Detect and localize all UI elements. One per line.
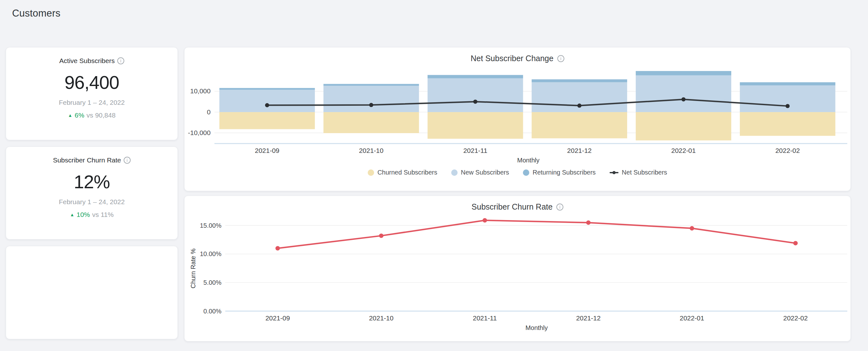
- dashboard-layout: Active Subscribers i 96,400 February 1 –…: [0, 47, 868, 342]
- svg-text:2021-11: 2021-11: [463, 147, 487, 154]
- svg-text:2021-10: 2021-10: [359, 147, 383, 154]
- net-chart-legend: Churned SubscribersNew SubscribersReturn…: [185, 166, 850, 180]
- svg-text:0.00%: 0.00%: [203, 308, 221, 315]
- legend-item-churned-subscribers[interactable]: Churned Subscribers: [368, 169, 437, 176]
- churn-rate-comparison: vs 11%: [92, 211, 114, 219]
- churn-rate-period: February 1 – 24, 2022: [6, 198, 178, 206]
- svg-text:2021-12: 2021-12: [567, 147, 592, 154]
- net-subscriber-change-card: Net Subscriber Change i 10,0000-10,00020…: [184, 47, 851, 191]
- svg-text:2022-02: 2022-02: [783, 314, 808, 322]
- svg-text:Monthly: Monthly: [517, 157, 539, 164]
- svg-text:2022-02: 2022-02: [775, 147, 800, 154]
- page-title: Customers: [12, 8, 868, 19]
- info-icon[interactable]: i: [117, 57, 124, 64]
- charts-column: Net Subscriber Change i 10,0000-10,00020…: [184, 47, 851, 342]
- svg-text:2022-01: 2022-01: [680, 314, 704, 322]
- churn-rate-value: 12%: [6, 171, 178, 192]
- kpi-column: Active Subscribers i 96,400 February 1 –…: [6, 47, 178, 342]
- svg-text:-10,000: -10,000: [188, 129, 211, 136]
- legend-label: New Subscribers: [461, 169, 509, 176]
- info-icon[interactable]: i: [557, 55, 564, 62]
- legend-item-net-subscribers[interactable]: Net Subscribers: [610, 169, 667, 176]
- churn-rate-card: Subscriber Churn Rate i 12% February 1 –…: [6, 147, 178, 240]
- legend-label: Net Subscribers: [622, 169, 667, 176]
- delta-up-icon: ▲: [68, 113, 72, 118]
- info-icon[interactable]: i: [124, 157, 131, 164]
- churn-rate-delta: 10%: [76, 211, 90, 219]
- svg-text:Monthly: Monthly: [525, 324, 548, 331]
- svg-text:10,000: 10,000: [190, 87, 211, 95]
- svg-text:0: 0: [207, 108, 211, 116]
- active-subscribers-card: Active Subscribers i 96,400 February 1 –…: [6, 47, 178, 140]
- legend-swatch-icon: [523, 169, 529, 176]
- legend-label: Churned Subscribers: [377, 169, 437, 176]
- legend-swatch-icon: [451, 169, 458, 176]
- svg-text:2021-09: 2021-09: [266, 314, 290, 322]
- active-subscribers-delta: 6%: [74, 111, 84, 119]
- empty-card: [6, 246, 178, 339]
- svg-text:2021-09: 2021-09: [255, 147, 279, 154]
- active-subscribers-period: February 1 – 24, 2022: [6, 99, 178, 106]
- svg-text:2021-10: 2021-10: [369, 314, 394, 322]
- net-subscriber-change-title: Net Subscriber Change: [471, 54, 554, 63]
- legend-item-new-subscribers[interactable]: New Subscribers: [451, 169, 509, 176]
- net-subscriber-chart: 10,0000-10,0002021-092021-102021-112021-…: [185, 64, 850, 165]
- svg-text:15.00%: 15.00%: [200, 222, 221, 229]
- active-subscribers-value: 96,400: [6, 72, 178, 93]
- delta-up-icon: ▲: [70, 213, 74, 217]
- legend-line-marker-icon: [610, 169, 619, 176]
- svg-text:2022-01: 2022-01: [672, 147, 696, 154]
- subscriber-churn-rate-card: Subscriber Churn Rate i 15.00%10.00%5.00…: [184, 196, 851, 342]
- svg-text:2021-12: 2021-12: [576, 314, 601, 322]
- info-icon[interactable]: i: [556, 203, 563, 211]
- legend-swatch-icon: [368, 169, 374, 176]
- churn-rate-chart: 15.00%10.00%5.00%0.00%Churn Rate %2021-0…: [185, 213, 850, 332]
- svg-text:Churn Rate %: Churn Rate %: [190, 249, 196, 289]
- legend-label: Returning Subscribers: [532, 169, 595, 176]
- active-subscribers-comparison: vs 90,848: [87, 111, 116, 119]
- subscriber-churn-rate-title: Subscriber Churn Rate: [472, 202, 553, 212]
- svg-text:10.00%: 10.00%: [200, 250, 221, 257]
- svg-text:5.00%: 5.00%: [203, 279, 221, 286]
- svg-text:2021-11: 2021-11: [473, 314, 497, 322]
- active-subscribers-title: Active Subscribers: [59, 57, 115, 65]
- legend-item-returning-subscribers[interactable]: Returning Subscribers: [523, 169, 595, 176]
- churn-rate-title: Subscriber Churn Rate: [53, 156, 121, 164]
